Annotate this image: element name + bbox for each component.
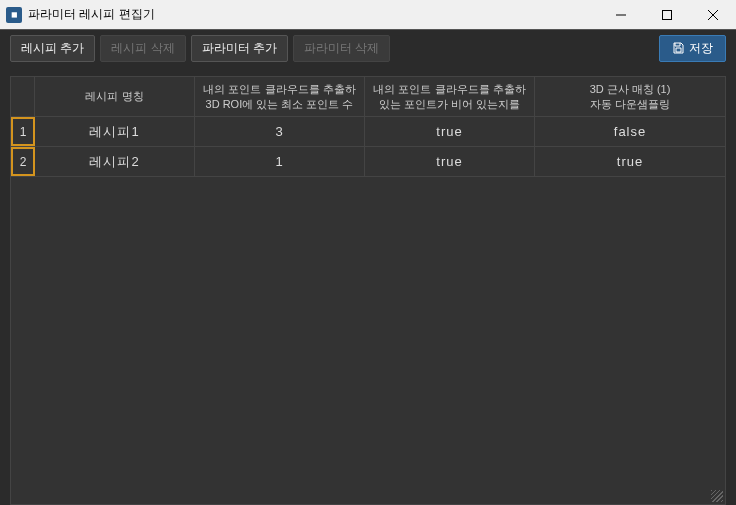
cell-col2[interactable]: true bbox=[365, 117, 535, 146]
cell-col3[interactable]: false bbox=[535, 117, 725, 146]
header-col2[interactable]: 내의 포인트 클라우드를 추출하 있는 포인트가 비어 있는지를 bbox=[365, 77, 535, 116]
toolbar: 레시피 추가 레시피 삭제 파라미터 추가 파라미터 삭제 저장 bbox=[0, 30, 736, 66]
save-icon bbox=[672, 42, 684, 54]
cell-col1[interactable]: 3 bbox=[195, 117, 365, 146]
table-area: 레시피 명칭 내의 포인트 클라우드를 추출하 3D ROI에 있는 최소 포인… bbox=[0, 66, 736, 505]
window-title: 파라미터 레시피 편집기 bbox=[28, 6, 598, 23]
svg-rect-1 bbox=[663, 10, 672, 19]
add-recipe-button[interactable]: 레시피 추가 bbox=[10, 35, 95, 62]
close-button[interactable] bbox=[690, 0, 736, 29]
window-controls bbox=[598, 0, 736, 29]
header-col3[interactable]: 3D 근사 매칭 (1) 자동 다운샘플링 bbox=[535, 77, 725, 116]
cell-name[interactable]: 레시피1 bbox=[35, 117, 195, 146]
header-corner[interactable] bbox=[11, 77, 35, 116]
minimize-button[interactable] bbox=[598, 0, 644, 29]
header-col1[interactable]: 내의 포인트 클라우드를 추출하 3D ROI에 있는 최소 포인트 수 bbox=[195, 77, 365, 116]
resize-grip-icon[interactable] bbox=[711, 490, 723, 502]
titlebar: ◼ 파라미터 레시피 편집기 bbox=[0, 0, 736, 30]
save-label: 저장 bbox=[689, 40, 713, 57]
table-row[interactable]: 1 레시피1 3 true false bbox=[11, 117, 725, 147]
table: 레시피 명칭 내의 포인트 클라우드를 추출하 3D ROI에 있는 최소 포인… bbox=[10, 76, 726, 505]
delete-parameter-button[interactable]: 파라미터 삭제 bbox=[293, 35, 390, 62]
app-icon: ◼ bbox=[6, 7, 22, 23]
header-name[interactable]: 레시피 명칭 bbox=[35, 77, 195, 116]
row-number[interactable]: 1 bbox=[11, 117, 35, 146]
save-button[interactable]: 저장 bbox=[659, 35, 726, 62]
table-header: 레시피 명칭 내의 포인트 클라우드를 추출하 3D ROI에 있는 최소 포인… bbox=[11, 77, 725, 117]
table-row[interactable]: 2 레시피2 1 true true bbox=[11, 147, 725, 177]
cell-name[interactable]: 레시피2 bbox=[35, 147, 195, 176]
delete-recipe-button[interactable]: 레시피 삭제 bbox=[100, 35, 185, 62]
row-number[interactable]: 2 bbox=[11, 147, 35, 176]
cell-col2[interactable]: true bbox=[365, 147, 535, 176]
cell-col3[interactable]: true bbox=[535, 147, 725, 176]
maximize-button[interactable] bbox=[644, 0, 690, 29]
cell-col1[interactable]: 1 bbox=[195, 147, 365, 176]
add-parameter-button[interactable]: 파라미터 추가 bbox=[191, 35, 288, 62]
